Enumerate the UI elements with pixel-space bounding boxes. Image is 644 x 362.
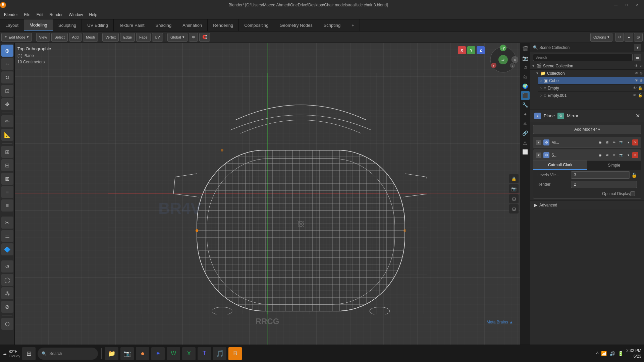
- subdiv-dropdown-icon[interactable]: ▾: [625, 152, 631, 158]
- face-menu[interactable]: Face: [136, 33, 150, 42]
- edge-menu[interactable]: Edge: [120, 33, 135, 42]
- modifier-props-icon[interactable]: 🔧: [521, 101, 530, 109]
- collection-eye-icon[interactable]: 👁: [635, 71, 638, 75]
- menu-file[interactable]: File: [21, 12, 33, 18]
- add-menu[interactable]: Add: [69, 33, 82, 42]
- tool-edge-slide[interactable]: ⊘: [1, 301, 13, 313]
- object-props-icon[interactable]: ⬛: [521, 91, 530, 100]
- catmull-clark-tab[interactable]: Catmull-Clark: [533, 161, 587, 170]
- tab-animation[interactable]: Animation: [177, 19, 208, 31]
- subdiv-expand-icon[interactable]: ▼: [536, 153, 541, 158]
- mirror-render-icon[interactable]: 🖥: [604, 139, 610, 145]
- taskbar-blender[interactable]: B: [228, 347, 242, 360]
- tool-randomize[interactable]: ⁂: [1, 287, 13, 299]
- levels-viewport-lock[interactable]: 🔒: [631, 172, 637, 178]
- minimize-button[interactable]: —: [610, 1, 621, 9]
- tool-extrude[interactable]: ⊞: [1, 146, 13, 158]
- mesh-menu[interactable]: Mesh: [83, 33, 98, 42]
- view-layer-props-icon[interactable]: 🗂: [521, 72, 530, 81]
- outliner-empty[interactable]: ▷ ○ Empty 👁 🔒: [538, 84, 644, 92]
- tray-network[interactable]: 📶: [601, 351, 607, 356]
- tab-uv-editing[interactable]: UV Editing: [82, 19, 113, 31]
- subdiv-realtime-icon[interactable]: ◉: [597, 152, 603, 158]
- tool-cursor[interactable]: ⊕: [1, 45, 13, 57]
- subdiv-delete-icon[interactable]: ✕: [632, 152, 638, 158]
- taskbar-explorer[interactable]: 📁: [105, 347, 118, 360]
- cube-select-icon[interactable]: ⊕: [640, 78, 643, 83]
- empty-001-eye-icon[interactable]: 👁: [633, 93, 637, 98]
- tool-spin[interactable]: ↺: [1, 260, 13, 273]
- mirror-camera-icon[interactable]: 📷: [618, 139, 624, 145]
- tool-smooth[interactable]: ◯: [1, 274, 13, 286]
- taskbar-edge[interactable]: e: [151, 347, 165, 360]
- tool-knife[interactable]: ✂: [1, 217, 13, 229]
- close-button[interactable]: ✕: [632, 1, 643, 9]
- outliner-empty-001[interactable]: ▷ ○ Empty.001 👁 🔒: [538, 92, 644, 99]
- outliner-scene-collection[interactable]: ▼ 🎬 Scene Collection 👁 ⊕: [530, 62, 644, 70]
- outliner-filter-btn[interactable]: ☰: [634, 54, 641, 61]
- scene-props-icon[interactable]: 🎬: [521, 44, 530, 53]
- transform-pivot[interactable]: ⊕: [189, 33, 198, 42]
- menu-edit[interactable]: Edit: [34, 12, 46, 18]
- particles-props-icon[interactable]: ✦: [521, 110, 530, 119]
- mirror-dropdown-icon[interactable]: ▾: [625, 139, 631, 145]
- taskbar-camera[interactable]: 📷: [120, 347, 134, 360]
- taskbar-chrome[interactable]: ●: [136, 347, 149, 360]
- tab-add[interactable]: +: [346, 19, 360, 31]
- tab-rendering[interactable]: Rendering: [208, 19, 239, 31]
- z-axis-label[interactable]: Z: [477, 46, 485, 54]
- outliner-cube[interactable]: ▷ ▣ Cube 👁 ⊕: [538, 77, 644, 84]
- tool-offset-cut[interactable]: ≡: [1, 199, 13, 212]
- tab-layout[interactable]: Layout: [0, 19, 24, 31]
- scene-collection-select-icon[interactable]: ⊕: [640, 64, 643, 68]
- y-axis-label[interactable]: Y: [467, 46, 475, 54]
- taskbar-search[interactable]: 🔍 Search: [38, 348, 98, 360]
- tool-poly-build[interactable]: 🔷: [1, 243, 13, 255]
- tool-measure[interactable]: 📐: [1, 129, 13, 141]
- menu-render[interactable]: Render: [47, 12, 65, 18]
- taskbar-excel[interactable]: X: [182, 347, 196, 360]
- vp-grid2-icon[interactable]: ⊟: [509, 204, 519, 214]
- mode-dropdown[interactable]: ✦ Edit Mode ▾: [1, 33, 32, 42]
- vp-cam-icon[interactable]: 📷: [509, 184, 519, 193]
- properties-close-icon[interactable]: ✕: [636, 113, 640, 119]
- tray-chevron[interactable]: ^: [596, 351, 599, 356]
- shading-wireframe[interactable]: ◎: [634, 33, 643, 42]
- x-axis-label[interactable]: X: [458, 46, 466, 54]
- tab-geometry-nodes[interactable]: Geometry Nodes: [274, 19, 318, 31]
- collection-select-icon[interactable]: ⊕: [640, 71, 643, 75]
- navigation-gizmo[interactable]: -Y X -Z Y Z: [488, 45, 518, 75]
- output-props-icon[interactable]: 🖥: [521, 63, 530, 72]
- taskbar-word[interactable]: W: [167, 347, 180, 360]
- tool-annotate[interactable]: ✏: [1, 115, 13, 127]
- levels-viewport-value[interactable]: 3: [571, 171, 630, 179]
- tab-scripting[interactable]: Scripting: [318, 19, 346, 31]
- tab-modeling[interactable]: Modeling: [24, 19, 53, 31]
- shading-solid[interactable]: ●: [625, 33, 633, 42]
- scene-collection-eye-icon[interactable]: 👁: [635, 64, 638, 68]
- advanced-section-header[interactable]: ▶ Advanced: [530, 200, 644, 209]
- material-props-icon[interactable]: ⬜: [521, 147, 530, 156]
- mirror-expand-icon[interactable]: ▼: [536, 140, 541, 145]
- tool-loop-cut[interactable]: ≡: [1, 186, 13, 198]
- select-menu[interactable]: Select: [51, 33, 68, 42]
- empty-001-lock-icon[interactable]: 🔒: [638, 93, 643, 98]
- uv-menu[interactable]: UV: [152, 33, 163, 42]
- outliner-collection[interactable]: ▼ 📁 Collection 👁 ⊕: [534, 70, 644, 77]
- options-button[interactable]: Options ▾: [590, 33, 612, 42]
- mirror-edit-icon[interactable]: ✏: [611, 139, 617, 145]
- orientation-dropdown[interactable]: Global ▾: [167, 33, 187, 42]
- world-props-icon[interactable]: 🌍: [521, 82, 530, 90]
- add-modifier-button[interactable]: Add Modifier ▾: [533, 125, 641, 134]
- data-props-icon[interactable]: △: [521, 138, 530, 147]
- outliner-search-input[interactable]: [533, 54, 633, 61]
- tab-shading[interactable]: Shading: [150, 19, 177, 31]
- snap-toggle[interactable]: 🧲: [199, 33, 210, 42]
- tray-volume[interactable]: 🔊: [609, 351, 615, 356]
- cube-eye-icon[interactable]: 👁: [635, 78, 638, 83]
- tool-bisect[interactable]: ⚌: [1, 230, 13, 242]
- vertex-menu[interactable]: Vertex: [102, 33, 119, 42]
- empty-lock-icon[interactable]: 🔒: [638, 86, 643, 90]
- viewport-3d[interactable]: Top Orthographic (1) Plane 10 Centimeter…: [15, 43, 520, 345]
- menu-help[interactable]: Help: [86, 12, 100, 18]
